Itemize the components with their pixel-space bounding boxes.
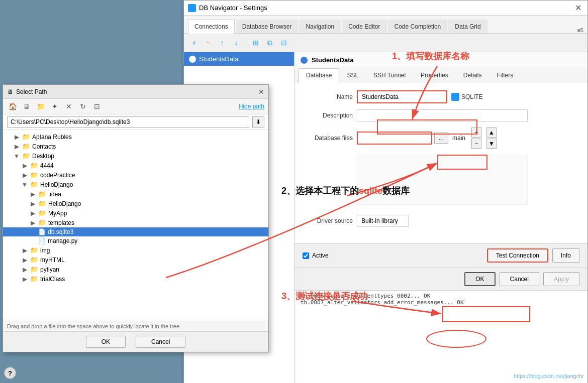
chevron-right-icon: ▶ <box>29 200 36 207</box>
remove-connection-button[interactable]: − <box>202 37 214 49</box>
tree-item-label: Desktop <box>32 153 54 160</box>
settings-close-button[interactable]: ✕ <box>573 3 583 13</box>
chevron-right-icon: ▶ <box>13 134 20 141</box>
folder-icon: 📁 <box>30 171 38 179</box>
sp-path-input[interactable] <box>7 116 249 127</box>
sp-close-button[interactable]: ✕ <box>258 88 264 96</box>
tree-item-hellodjango-sub[interactable]: ▶ 📁 HelloDjango <box>3 199 268 208</box>
name-input[interactable] <box>357 90 447 103</box>
sp-home-button[interactable]: 🏠 <box>7 101 18 112</box>
tab-navigation[interactable]: Navigation <box>299 20 341 33</box>
paste-button[interactable]: ⧉ <box>264 37 276 49</box>
folder-icon: 📁 <box>30 162 38 169</box>
tree-item-pytiyan[interactable]: ▶ 📁 pytiyan <box>3 265 268 274</box>
sp-mark-button[interactable]: ✦ <box>49 101 60 112</box>
add-file-button[interactable]: + <box>471 127 481 138</box>
sp-delete-button[interactable]: ✕ <box>63 101 74 112</box>
chevron-right-icon: ▶ <box>21 162 28 169</box>
folder-icon: 📁 <box>38 200 46 207</box>
tab-connections[interactable]: Connections <box>188 20 235 34</box>
file-icon: 📄 <box>38 228 46 235</box>
tab-overflow[interactable]: ≡5 <box>577 27 583 33</box>
sp-title-area: 🖥 Select Path <box>7 88 47 95</box>
db-files-action-btns: + − <box>471 127 481 149</box>
tree-item-idea[interactable]: ▶ 📁 .idea <box>3 189 268 199</box>
sp-download-button[interactable]: ⬇ <box>252 116 264 127</box>
folder-icon: 📁 <box>38 190 46 198</box>
description-input[interactable] <box>357 109 528 121</box>
sp-drive-button[interactable]: 🖥 <box>21 101 32 112</box>
settings-titlebar: DB Navigator - Settings ✕ <box>184 1 587 16</box>
description-label: Description <box>303 112 353 119</box>
settings-title: DB Navigator - Settings <box>199 4 267 12</box>
driver-source-select[interactable]: Built-in library <box>357 215 409 227</box>
db-files-input[interactable] <box>357 132 432 145</box>
action-bar: Active Test Connection Info <box>295 243 587 268</box>
tree-item-contacts[interactable]: ▶ 📁 Contacts <box>3 142 268 151</box>
tree-item-label: codePractice <box>40 172 75 179</box>
tree-item-desktop[interactable]: ▼ 📁 Desktop <box>3 151 268 161</box>
tree-item-dbsqlite3[interactable]: 📄 db.sqlite3 <box>3 227 268 236</box>
tree-item-label: myHTML <box>40 257 65 264</box>
chevron-down-icon: ▼ <box>13 153 20 160</box>
connection-db-icon <box>189 56 196 63</box>
tree-item-templates[interactable]: ▶ 📁 templates <box>3 218 268 227</box>
tree-item-myapp[interactable]: ▶ 📁 MyApp <box>3 208 268 218</box>
connection-detail-panel: StudentsData Database SSL SSH Tunnel Pro… <box>295 52 587 383</box>
action-buttons-group: Test Connection Info <box>487 248 579 263</box>
help-button[interactable]: ? <box>4 367 16 379</box>
sp-path-bar: ⬇ <box>3 114 268 130</box>
tab-code-editor[interactable]: Code Editor <box>342 20 386 33</box>
database-form: Name SQLITE Description Database files <box>295 82 587 243</box>
browse-button[interactable]: ... <box>434 133 448 144</box>
tree-item-hellodjango[interactable]: ▼ 📁 HelloDjango <box>3 180 268 189</box>
sp-copy-button[interactable]: ⊡ <box>91 101 103 112</box>
active-checkbox[interactable] <box>303 252 309 259</box>
tree-item-trialclass[interactable]: ▶ 📁 trialClass <box>3 274 268 284</box>
sp-ok-button[interactable]: OK <box>86 336 126 348</box>
ok-button[interactable]: OK <box>464 272 495 286</box>
inner-tab-details[interactable]: Details <box>456 68 489 82</box>
add-connection-button[interactable]: + <box>188 37 200 49</box>
folder-icon: 📁 <box>22 133 30 141</box>
tree-item-managepy[interactable]: 📄 manage.py <box>3 236 268 245</box>
sqlite-icon <box>451 93 459 101</box>
chevron-down-icon: ▼ <box>21 181 28 188</box>
folder-icon: 📁 <box>30 275 38 283</box>
sp-folder-button[interactable]: 📁 <box>35 101 46 112</box>
move-down-button[interactable]: ↓ <box>230 37 242 49</box>
folder-icon: 📁 <box>30 266 38 273</box>
connections-toolbar: + − ↑ ↓ ⊞ ⧉ ⊡ <box>184 34 587 52</box>
move-up-button[interactable]: ↑ <box>216 37 228 49</box>
connection-item-students[interactable]: StudentsData <box>184 52 294 66</box>
move-file-up-button[interactable]: ▲ <box>486 127 497 138</box>
inner-tab-database[interactable]: Database <box>299 68 339 82</box>
folder-icon: 📁 <box>30 181 38 188</box>
tab-database-browser[interactable]: Database Browser <box>236 20 299 33</box>
inner-tab-ssl[interactable]: SSL <box>339 68 366 82</box>
tree-item-4444[interactable]: ▶ 📁 4444 <box>3 161 268 170</box>
description-form-row: Description <box>303 109 579 121</box>
tree-item-aptana[interactable]: ▶ 📁 Aptana Rubles <box>3 132 268 142</box>
inner-tab-properties[interactable]: Properties <box>413 68 456 82</box>
apply-button[interactable]: Apply <box>543 272 579 286</box>
sp-refresh-button[interactable]: ↻ <box>77 101 88 112</box>
tree-item-codepractice[interactable]: ▶ 📁 codePractice <box>3 170 268 180</box>
remove-file-button[interactable]: − <box>471 139 481 149</box>
inner-tab-ssh[interactable]: SSH Tunnel <box>366 68 413 82</box>
info-button[interactable]: Info <box>552 248 579 263</box>
test-connection-button[interactable]: Test Connection <box>487 248 548 263</box>
sp-hide-path-link[interactable]: Hide path <box>239 103 264 110</box>
inner-tab-filters[interactable]: Filters <box>489 68 521 82</box>
cancel-button[interactable]: Cancel <box>500 272 539 286</box>
tab-code-completion[interactable]: Code Completion <box>388 20 448 33</box>
tab-data-grid[interactable]: Data Grid <box>448 20 487 33</box>
tree-item-myhtml[interactable]: ▶ 📁 myHTML <box>3 255 268 265</box>
copy-button[interactable]: ⊞ <box>250 37 262 49</box>
log-area: th.0006_require_contenttypes_0002... OK … <box>295 290 587 320</box>
chevron-right-icon: ▶ <box>29 191 36 198</box>
extra-button[interactable]: ⊡ <box>278 37 290 49</box>
sp-cancel-button[interactable]: Cancel <box>136 336 185 348</box>
move-file-down-button[interactable]: ▼ <box>486 139 497 149</box>
tree-item-img[interactable]: ▶ 📁 img <box>3 245 268 255</box>
